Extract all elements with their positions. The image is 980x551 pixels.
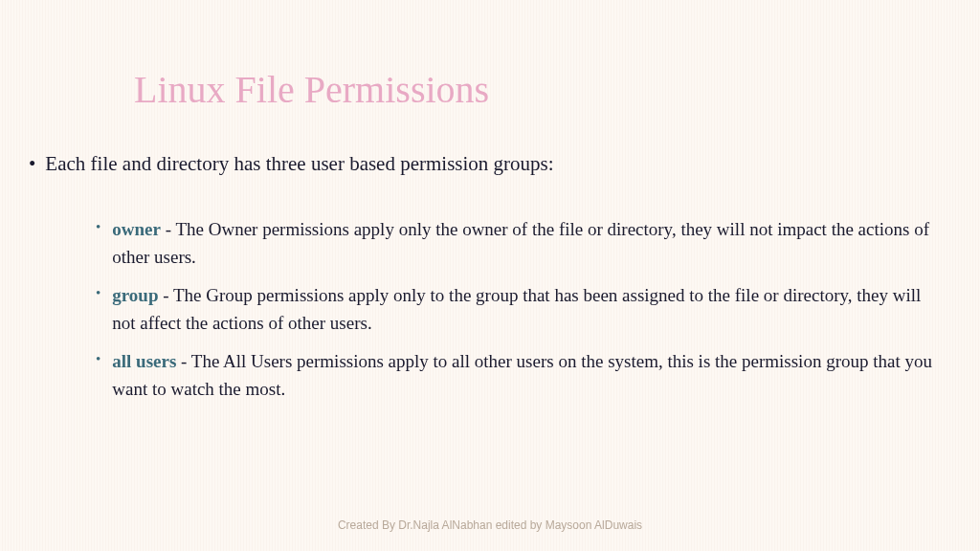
term-group: group xyxy=(112,285,158,305)
sub-bullet-list: • owner - The Owner permissions apply on… xyxy=(29,216,951,403)
term-all-users: all users xyxy=(112,351,176,371)
sub-bullet-text: group - The Group permissions apply only… xyxy=(112,282,932,337)
bullet-marker: • xyxy=(29,150,35,178)
sub-bullet-item: • group - The Group permissions apply on… xyxy=(96,282,932,337)
term-description: - The Owner permissions apply only the o… xyxy=(112,219,929,267)
bullet-marker: • xyxy=(96,282,100,304)
term-owner: owner xyxy=(112,219,161,239)
bullet-marker: • xyxy=(96,216,100,238)
sub-bullet-text: owner - The Owner permissions apply only… xyxy=(112,216,932,271)
term-description: - The All Users permissions apply to all… xyxy=(112,351,932,399)
slide-title: Linux File Permissions xyxy=(0,0,980,112)
bullet-marker: • xyxy=(96,348,100,370)
main-bullet-item: • Each file and directory has three user… xyxy=(29,150,951,178)
slide-content: • Each file and directory has three user… xyxy=(0,112,980,403)
slide-footer: Created By Dr.Najla AlNabhan edited by M… xyxy=(0,518,980,532)
main-bullet-text: Each file and directory has three user b… xyxy=(45,150,553,178)
sub-bullet-text: all users - The All Users permissions ap… xyxy=(112,348,932,403)
term-description: - The Group permissions apply only to th… xyxy=(112,285,921,333)
sub-bullet-item: • owner - The Owner permissions apply on… xyxy=(96,216,932,271)
sub-bullet-item: • all users - The All Users permissions … xyxy=(96,348,932,403)
